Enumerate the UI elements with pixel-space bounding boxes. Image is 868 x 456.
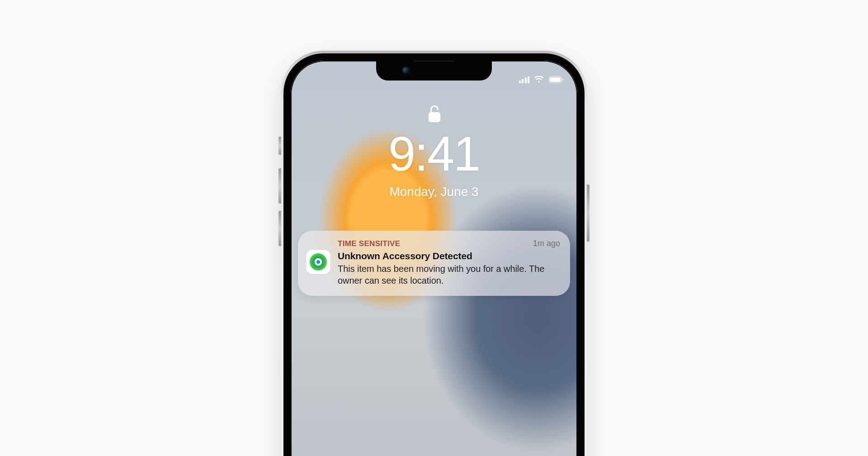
notification-body: TIME SENSITIVE 1m ago Unknown Accessory … xyxy=(338,239,560,287)
cellular-icon xyxy=(519,76,530,83)
lock-screen-time: 9:41 xyxy=(388,129,480,178)
unlocked-icon xyxy=(428,104,440,122)
lock-screen-date: Monday, June 3 xyxy=(389,185,478,199)
svg-rect-3 xyxy=(429,112,440,122)
volume-up-button[interactable] xyxy=(278,168,281,204)
find-my-icon xyxy=(306,250,330,274)
svg-rect-1 xyxy=(550,77,561,82)
earpiece-speaker xyxy=(414,61,454,62)
front-camera xyxy=(402,67,410,74)
lock-screen[interactable]: 9:41 Monday, June 3 TIME xyxy=(291,61,577,456)
phone-bezel: 9:41 Monday, June 3 TIME xyxy=(283,53,585,456)
stage: 9:41 Monday, June 3 TIME xyxy=(0,0,868,456)
phone-frame: 9:41 Monday, June 3 TIME xyxy=(281,51,587,456)
volume-down-button[interactable] xyxy=(278,211,281,246)
notification-card[interactable]: TIME SENSITIVE 1m ago Unknown Accessory … xyxy=(298,231,570,296)
svg-rect-2 xyxy=(562,78,563,81)
wifi-icon xyxy=(534,76,544,83)
notification-timestamp: 1m ago xyxy=(533,239,560,248)
mute-switch[interactable] xyxy=(278,137,281,155)
lock-screen-clock: 9:41 Monday, June 3 xyxy=(291,104,577,199)
notification-title: Unknown Accessory Detected xyxy=(338,251,560,261)
display-notch xyxy=(376,61,492,81)
notification-message: This item has been moving with you for a… xyxy=(338,263,560,287)
svg-point-7 xyxy=(316,260,320,264)
side-button[interactable] xyxy=(587,185,590,242)
notification-eyebrow: TIME SENSITIVE xyxy=(338,239,400,248)
battery-icon xyxy=(548,76,564,83)
